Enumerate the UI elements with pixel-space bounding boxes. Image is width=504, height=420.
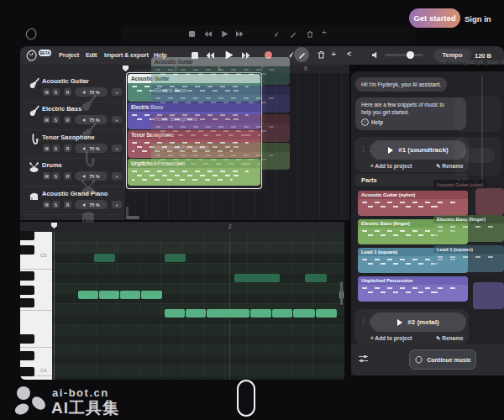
piano-playhead-icon[interactable] bbox=[51, 223, 58, 229]
arm-button[interactable]: R bbox=[64, 144, 71, 152]
timeline-playhead-icon[interactable] bbox=[123, 66, 129, 72]
guitar-icon bbox=[29, 77, 39, 88]
mute-button[interactable]: M bbox=[43, 88, 50, 96]
track-automation-button[interactable]: + bbox=[112, 144, 122, 152]
timeline-h-scrollbar[interactable] bbox=[126, 216, 139, 219]
track-list: Acoustic GuitarMSR75 %+Electric BassMSR7… bbox=[20, 65, 124, 220]
part-clip[interactable]: Lead 1 (square) bbox=[358, 248, 468, 273]
track-automation-button[interactable]: + bbox=[112, 201, 122, 208]
arm-button[interactable]: R bbox=[64, 116, 71, 123]
black-key[interactable] bbox=[20, 231, 34, 240]
mute-button[interactable]: M bbox=[43, 116, 50, 123]
part-notes-preview bbox=[362, 263, 439, 265]
get-started-button[interactable]: Get started bbox=[409, 8, 460, 28]
drag-handle-icon[interactable]: ⋮⋮ bbox=[360, 318, 365, 333]
solo-button[interactable]: S bbox=[52, 172, 60, 180]
mute-button[interactable]: M bbox=[43, 144, 50, 152]
part-clip[interactable]: Acoustic Guitar (nylon) bbox=[358, 191, 468, 216]
midi-note[interactable] bbox=[186, 309, 206, 318]
midi-note[interactable] bbox=[293, 309, 315, 318]
menu-project[interactable]: Project bbox=[59, 51, 79, 59]
midi-note[interactable] bbox=[141, 291, 162, 299]
track-row[interactable]: Acoustic Grand PianoMSR75 %+ bbox=[20, 186, 124, 215]
solo-button[interactable]: S bbox=[52, 144, 60, 152]
arm-button[interactable]: R bbox=[64, 172, 71, 180]
midi-note[interactable] bbox=[316, 309, 337, 318]
track-row[interactable]: Tenor SaxophoneMSR75 %+ bbox=[20, 130, 124, 159]
midi-note[interactable] bbox=[305, 274, 327, 282]
midi-note[interactable] bbox=[207, 309, 249, 318]
tempo-button[interactable]: Tempo bbox=[433, 49, 471, 61]
black-key[interactable] bbox=[20, 334, 34, 344]
info-icon: i bbox=[361, 118, 369, 126]
tempo-value[interactable]: 120 B bbox=[475, 52, 491, 60]
mute-button[interactable]: M bbox=[43, 172, 50, 180]
parts-label: Parts bbox=[361, 176, 377, 184]
part-notes-preview bbox=[362, 259, 455, 260]
midi-note[interactable] bbox=[99, 291, 119, 299]
part-clip[interactable]: Electric Bass (finger) bbox=[358, 219, 468, 244]
clip-header: Acoustic Guitar bbox=[151, 57, 290, 66]
trash-icon[interactable] bbox=[317, 50, 326, 60]
midi-note[interactable] bbox=[272, 309, 292, 318]
midi-note[interactable] bbox=[78, 291, 98, 299]
sax-icon bbox=[29, 134, 39, 144]
volume-icon[interactable] bbox=[371, 50, 381, 60]
piano-roll-highlight-band bbox=[52, 232, 344, 254]
settings-sliders-icon[interactable] bbox=[358, 354, 369, 364]
volume-slider-track[interactable] bbox=[385, 54, 423, 56]
solo-button[interactable]: S bbox=[52, 116, 60, 123]
piano-keyboard[interactable]: C5C4 bbox=[20, 232, 52, 380]
help-link[interactable]: i Help bbox=[361, 118, 460, 127]
midi-note[interactable] bbox=[120, 291, 140, 299]
panel-scrollbar[interactable] bbox=[481, 76, 483, 193]
arm-button[interactable]: R bbox=[64, 201, 71, 208]
midi-note[interactable] bbox=[234, 274, 280, 282]
snippet-play-button[interactable]: #2 (metal) bbox=[370, 312, 466, 332]
part-clip[interactable]: Unpitched Percussion bbox=[358, 276, 468, 302]
black-key[interactable] bbox=[20, 298, 34, 307]
track-row[interactable]: DrumsMSR75 %+ bbox=[20, 158, 124, 186]
solo-button[interactable]: S bbox=[52, 88, 60, 96]
continue-music-button[interactable]: Continue music bbox=[409, 349, 476, 370]
fryderyk-logo-icon bbox=[414, 355, 423, 365]
track-row[interactable]: Acoustic GuitarMSR75 %+ bbox=[20, 74, 124, 102]
track-automation-button[interactable]: + bbox=[112, 172, 122, 180]
menu-edit[interactable]: Edit bbox=[86, 51, 97, 59]
track-automation-button[interactable]: + bbox=[112, 116, 122, 123]
part-label: Acoustic Guitar (nylon) bbox=[361, 192, 415, 197]
app-logo-icon[interactable] bbox=[24, 49, 39, 63]
sign-in-button[interactable]: Sign in bbox=[465, 14, 491, 24]
clip-label: Acoustic Guitar bbox=[155, 59, 192, 65]
solo-button[interactable]: S bbox=[52, 201, 60, 208]
track-row[interactable]: Electric BassMSR75 %+ bbox=[20, 102, 124, 130]
volume-slider-knob[interactable] bbox=[407, 51, 414, 59]
menu-import-export[interactable]: Import & export bbox=[104, 51, 149, 59]
drag-handle-icon[interactable]: ⋮⋮ bbox=[360, 146, 365, 161]
assistant-intro-bubble: Here are a few snippets of music to help… bbox=[355, 97, 466, 130]
add-to-project-button[interactable]: + Add to project bbox=[370, 163, 412, 169]
track-automation-button[interactable]: + bbox=[112, 88, 122, 96]
ghost-rewind-icon bbox=[204, 30, 212, 38]
arm-button[interactable]: R bbox=[64, 88, 71, 96]
mute-button[interactable]: M bbox=[43, 201, 50, 208]
add-icon[interactable]: + bbox=[331, 49, 336, 59]
track-name: Drums bbox=[42, 161, 62, 169]
black-key[interactable] bbox=[20, 286, 34, 295]
midi-note[interactable] bbox=[165, 254, 186, 262]
piano-v-scrollbar[interactable] bbox=[340, 281, 343, 305]
black-key[interactable] bbox=[20, 245, 34, 255]
snippet-play-button[interactable]: #1 (soundtrack) bbox=[370, 140, 466, 160]
piano-roll-ruler[interactable] bbox=[20, 222, 344, 232]
rename-button[interactable]: ✎ Rename bbox=[436, 163, 464, 170]
black-key[interactable] bbox=[20, 351, 34, 360]
midi-note[interactable] bbox=[165, 309, 185, 318]
ghost-stop-icon bbox=[188, 30, 196, 38]
collapse-icon[interactable]: < bbox=[347, 50, 351, 58]
black-key[interactable] bbox=[20, 271, 34, 281]
midi-note[interactable] bbox=[250, 309, 271, 318]
add-to-project-button[interactable]: + Add to project bbox=[370, 335, 412, 341]
ghost-forward-icon bbox=[236, 30, 244, 38]
midi-note[interactable] bbox=[94, 254, 115, 262]
rename-button[interactable]: ✎ Rename bbox=[436, 335, 464, 342]
